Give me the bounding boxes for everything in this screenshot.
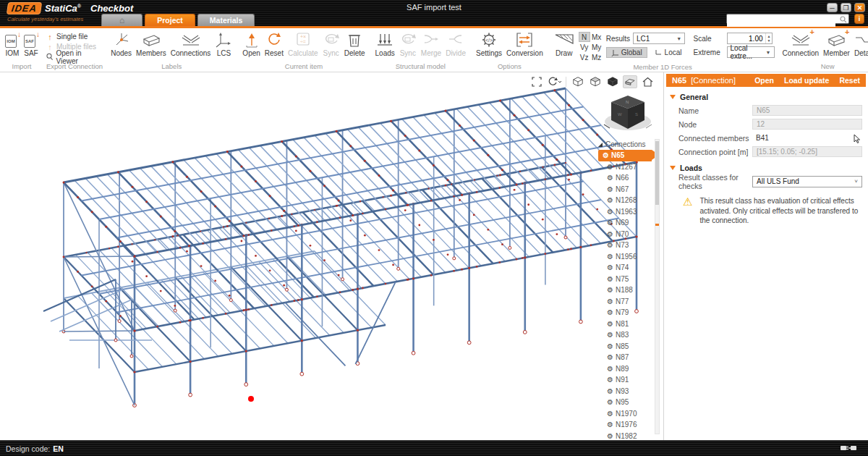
tree-item[interactable]: ⚙N87 [598, 352, 652, 363]
results-combo[interactable]: LC1 ▼ [633, 33, 685, 44]
close-button[interactable]: ✕ [854, 3, 865, 12]
local-toggle[interactable]: Local [650, 48, 686, 57]
upload-icon-dim: ↑ [46, 43, 54, 51]
tree-item[interactable]: ⚙N66 [598, 172, 652, 184]
tree-item[interactable]: ⚙N83 [598, 329, 652, 341]
panel-reset-button[interactable]: Reset [839, 76, 860, 85]
tree-item[interactable]: ⚙N67 [598, 184, 652, 195]
search-box[interactable] [726, 14, 849, 24]
loads-button[interactable]: Loads [373, 30, 397, 58]
tree-item[interactable]: ⚙N93 [598, 386, 652, 397]
tree-item[interactable]: ⚙N69 [598, 217, 652, 229]
panel-load-update-button[interactable]: Load update [784, 76, 829, 85]
shaded-view-icon[interactable] [588, 75, 603, 88]
force-n-toggle[interactable]: N [579, 32, 590, 42]
force-vy-toggle[interactable]: Vy [579, 42, 590, 52]
tree-item[interactable]: ⚙N1267 [598, 161, 652, 173]
tab-home[interactable]: ⌂ [101, 14, 142, 26]
connection-gear-icon: ⚙ [607, 308, 613, 316]
maximize-button[interactable]: ❐ [841, 3, 851, 12]
window-title: SAF import test [0, 3, 868, 12]
export-single-file-button[interactable]: ↑ Single file [46, 32, 103, 41]
tree-scrollbar-thumb[interactable] [655, 141, 659, 205]
navigation-cube[interactable]: N W S [601, 91, 655, 139]
labels-members-button[interactable]: Members [134, 30, 169, 58]
clip-section-icon[interactable] [623, 75, 637, 88]
divide-button[interactable]: Divide [443, 30, 468, 58]
tree-item[interactable]: ⚙N1976 [598, 419, 652, 431]
connection-gear-icon: ⚙ [607, 219, 613, 227]
tree-item[interactable]: ⚙N1963 [598, 206, 652, 218]
new-connection-button[interactable]: + Connection [780, 30, 822, 58]
delete-button[interactable]: Delete [342, 30, 367, 58]
new-detail-button[interactable]: + Detail [852, 30, 868, 58]
minimize-button[interactable]: ─ [827, 3, 838, 12]
viewport-3d[interactable]: N W S Connections ⚙N65⚙N1267⚙N66⚙N67⚙N12… [0, 72, 663, 440]
tree-root-connections[interactable]: Connections [598, 139, 652, 150]
section-loads[interactable]: Loads [670, 164, 868, 172]
global-toggle[interactable]: Global [606, 47, 647, 58]
tree-item[interactable]: ⚙N91 [598, 374, 652, 386]
home-view-icon[interactable] [640, 75, 655, 88]
orbit-icon[interactable] [547, 75, 561, 88]
tree-item[interactable]: ⚙N65 [598, 150, 652, 161]
result-classes-combo[interactable]: All ULS Fund ˅ [752, 176, 862, 187]
tree-scrollbar[interactable] [655, 139, 660, 434]
new-member-button[interactable]: + Member [821, 30, 852, 58]
model-canvas[interactable] [0, 72, 663, 440]
tree-item[interactable]: ⚙N89 [598, 363, 652, 375]
scale-input[interactable] [728, 33, 765, 43]
tree-item[interactable]: ⚙N81 [598, 318, 652, 330]
section-general[interactable]: General [670, 93, 868, 101]
conversion-button[interactable]: Conversion [504, 30, 545, 58]
iom-file-icon: IOM↓ [5, 32, 20, 48]
tree-expander-icon[interactable] [598, 143, 603, 147]
force-mz-toggle[interactable]: Mz [590, 52, 603, 62]
tree-item[interactable]: ⚙N85 [598, 341, 652, 352]
node-label: Node [678, 120, 752, 129]
calculate-button[interactable]: +×÷= Calculate [286, 30, 320, 58]
tab-project[interactable]: Project [145, 14, 195, 26]
panel-open-button[interactable]: Open [754, 76, 774, 85]
tree-item[interactable]: ⚙N77 [598, 296, 652, 308]
settings-button[interactable]: </> Settings [474, 30, 504, 58]
tab-materials[interactable]: Materials [197, 14, 255, 26]
open-in-viewer-button[interactable]: Open in Viewer [46, 52, 103, 62]
reset-item-button[interactable]: Reset [263, 30, 286, 58]
labels-nodes-button[interactable]: Nodes [109, 30, 134, 58]
tree-item[interactable]: ⚙N73 [598, 240, 652, 251]
divide-icon [447, 32, 464, 48]
tree-item[interactable]: ⚙N70 [598, 229, 652, 240]
connection-gear-icon: ⚙ [607, 196, 613, 204]
tree-item[interactable]: ⚙N95 [598, 397, 652, 408]
wireframe-view-icon[interactable] [571, 75, 585, 88]
sync-model-button[interactable]: Sync [397, 30, 419, 58]
tree-item[interactable]: ⚙N1970 [598, 408, 652, 420]
info-button[interactable]: i [854, 14, 864, 24]
tree-item[interactable]: ⚙N1982 [598, 431, 652, 441]
tree-item[interactable]: ⚙N188 [598, 284, 652, 296]
connection-gear-icon: ⚙ [607, 297, 613, 305]
force-vz-toggle[interactable]: Vz [579, 52, 590, 62]
tree-item[interactable]: ⚙N75 [598, 274, 652, 285]
tree-item[interactable]: ⚙N1956 [598, 251, 652, 263]
labels-lcs-button[interactable]: LCS [213, 30, 234, 58]
title-bar: IDEA StatiCa® Checkbot Calculate yesterd… [0, 0, 868, 26]
merge-button[interactable]: Merge [419, 30, 443, 58]
tree-item[interactable]: ⚙N74 [598, 262, 652, 274]
iom-import-button[interactable]: IOM↓ IOM [3, 30, 22, 58]
tree-item[interactable]: ⚙N1268 [598, 195, 652, 206]
force-my-toggle[interactable]: My [590, 42, 603, 52]
draw-forces-button[interactable]: Draw [551, 30, 577, 58]
saf-import-button[interactable]: SAF↓ SAF [22, 30, 41, 58]
force-mx-toggle[interactable]: Mx [590, 32, 603, 42]
open-item-button[interactable]: Open [240, 30, 262, 58]
labels-connections-button[interactable]: Connections [169, 30, 213, 58]
solid-view-icon[interactable] [605, 75, 620, 88]
fit-view-icon[interactable] [529, 75, 544, 88]
search-input[interactable] [727, 18, 835, 27]
tree-item[interactable]: ⚙N79 [598, 307, 652, 318]
sync-item-button[interactable]: Sync [320, 30, 342, 58]
extreme-combo[interactable]: Local extre... ▼ [727, 46, 775, 58]
scale-spinner[interactable]: ▲▼ [765, 33, 773, 43]
